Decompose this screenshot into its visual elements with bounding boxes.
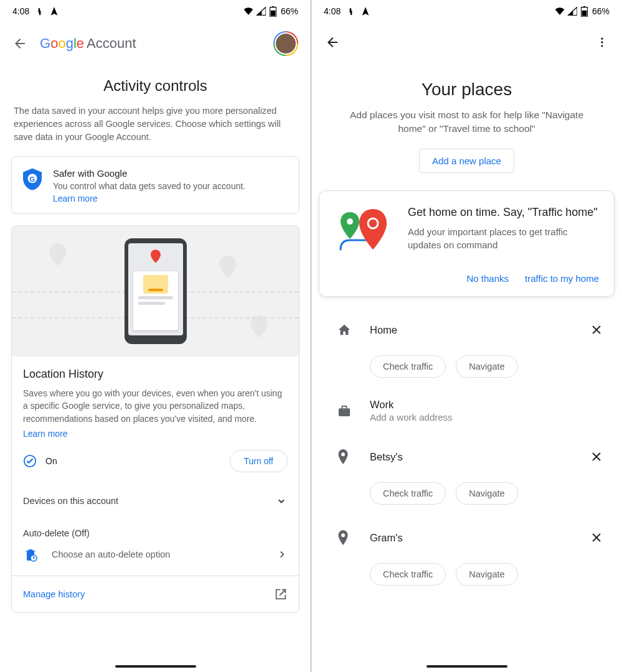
safer-with-google-card: G Safer with Google You control what dat… — [11, 156, 299, 214]
svg-point-17 — [341, 534, 345, 538]
google-account-header: Google Account — [0, 22, 311, 62]
place-chip[interactable]: Navigate — [456, 563, 517, 586]
check-circle-icon — [23, 454, 37, 468]
devices-label: Devices on this account — [23, 496, 118, 506]
place-item: Betsy's Check trafficNavigate — [311, 442, 622, 523]
promo-no-thanks-button[interactable]: No thanks — [467, 273, 509, 284]
nav-handle[interactable] — [115, 665, 196, 668]
place-chip[interactable]: Check traffic — [370, 482, 446, 505]
external-link-icon — [274, 587, 288, 601]
auto-delete-label: Auto-delete (Off) — [23, 528, 288, 538]
location-illustration — [12, 226, 299, 357]
trash-clock-icon — [23, 547, 38, 562]
battery-percent: 66% — [592, 6, 610, 16]
place-name: Home — [370, 324, 570, 336]
back-button[interactable] — [12, 36, 27, 51]
manage-history-label: Manage history — [23, 589, 85, 599]
safer-learn-more-link[interactable]: Learn more — [53, 194, 245, 203]
status-bar: 4:08 66% — [0, 0, 311, 22]
remove-place-button[interactable] — [588, 532, 605, 543]
location-history-learn-more-link[interactable]: Learn more — [23, 429, 288, 439]
right-pane-your-places: 4:08 66% Your places Add places you visi… — [311, 0, 622, 672]
battery-percent: 66% — [281, 6, 298, 16]
safer-subtitle: You control what data gets saved to your… — [53, 181, 245, 191]
place-item: Gram's Check trafficNavigate — [311, 523, 622, 604]
wifi-icon — [243, 6, 253, 16]
place-name: Betsy's — [370, 451, 570, 463]
google-account-logo: Google Account — [40, 35, 136, 52]
safer-title: Safer with Google — [53, 168, 245, 179]
work-icon — [337, 404, 351, 417]
battery-icon — [268, 6, 278, 16]
place-subtitle: Add a work address — [370, 412, 605, 422]
slack-icon — [34, 6, 44, 16]
signal-icon — [567, 6, 577, 16]
add-new-place-button[interactable]: Add a new place — [419, 149, 514, 173]
place-row[interactable]: Work Add a work address — [337, 396, 605, 425]
place-chip[interactable]: Navigate — [456, 355, 517, 378]
your-places-subtitle: Add places you visit most to ask for hel… — [311, 108, 622, 135]
nav-arrow-icon — [49, 6, 59, 16]
svg-rect-9 — [582, 10, 587, 16]
home-icon — [337, 323, 351, 337]
svg-point-12 — [601, 45, 603, 47]
svg-point-10 — [601, 38, 603, 40]
turn-off-button[interactable]: Turn off — [230, 450, 288, 472]
remove-place-button[interactable] — [588, 451, 605, 462]
shield-icon: G — [23, 168, 42, 190]
wifi-icon — [555, 6, 565, 16]
promo-title: Get home on time. Say, "Traffic home" — [408, 206, 599, 219]
promo-description: Add your important places to get traffic… — [408, 225, 599, 251]
place-name: Work — [370, 399, 605, 411]
manage-history-row[interactable]: Manage history — [12, 576, 299, 612]
status-bar: 4:08 66% — [311, 0, 622, 22]
place-chip[interactable]: Navigate — [456, 482, 517, 505]
chevron-down-icon — [275, 495, 288, 507]
battery-icon — [580, 6, 590, 16]
svg-rect-15 — [339, 409, 350, 417]
location-history-status: On — [45, 456, 57, 466]
chevron-right-icon — [276, 549, 288, 560]
pin-icon — [337, 449, 351, 464]
traffic-promo-card: Get home on time. Say, "Traffic home" Ad… — [319, 190, 615, 297]
location-history-card: Location History Saves where you go with… — [11, 225, 299, 613]
pin-icon — [337, 530, 351, 545]
svg-rect-1 — [272, 6, 274, 7]
place-row[interactable]: Home — [337, 315, 605, 344]
status-time: 4:08 — [12, 6, 29, 16]
place-chip[interactable]: Check traffic — [370, 355, 446, 378]
location-history-title: Location History — [23, 368, 288, 381]
svg-rect-8 — [583, 6, 585, 7]
back-button[interactable] — [325, 35, 340, 50]
your-places-title: Your places — [311, 80, 622, 100]
place-item: Home Check trafficNavigate — [311, 315, 622, 396]
svg-point-13 — [347, 218, 353, 225]
place-row[interactable]: Gram's — [337, 523, 605, 552]
page-title: Activity controls — [0, 77, 311, 95]
nav-handle[interactable] — [426, 665, 507, 668]
place-name: Gram's — [370, 532, 570, 544]
svg-text:G: G — [30, 175, 35, 183]
promo-illustration — [334, 206, 397, 256]
overflow-menu-button[interactable] — [596, 36, 608, 49]
auto-delete-description: Choose an auto-delete option — [52, 549, 170, 559]
location-history-description: Saves where you go with your devices, ev… — [23, 387, 288, 425]
nav-arrow-icon — [360, 6, 370, 16]
place-row[interactable]: Betsy's — [337, 442, 605, 471]
devices-expander[interactable]: Devices on this account — [12, 485, 299, 517]
auto-delete-option-row[interactable]: Choose an auto-delete option — [23, 547, 288, 571]
account-avatar[interactable] — [273, 31, 298, 56]
svg-point-16 — [341, 453, 345, 457]
place-chip[interactable]: Check traffic — [370, 563, 446, 586]
slack-icon — [346, 6, 356, 16]
place-item: Work Add a work address — [311, 396, 622, 442]
svg-point-11 — [601, 41, 603, 43]
status-time: 4:08 — [324, 6, 341, 16]
svg-rect-2 — [271, 10, 276, 16]
left-pane-google-account: 4:08 66% Google Account Activity control… — [0, 0, 311, 672]
promo-traffic-home-button[interactable]: traffic to my home — [525, 273, 599, 284]
signal-icon — [256, 6, 266, 16]
intro-text: The data saved in your account helps giv… — [0, 105, 311, 144]
remove-place-button[interactable] — [588, 324, 605, 335]
